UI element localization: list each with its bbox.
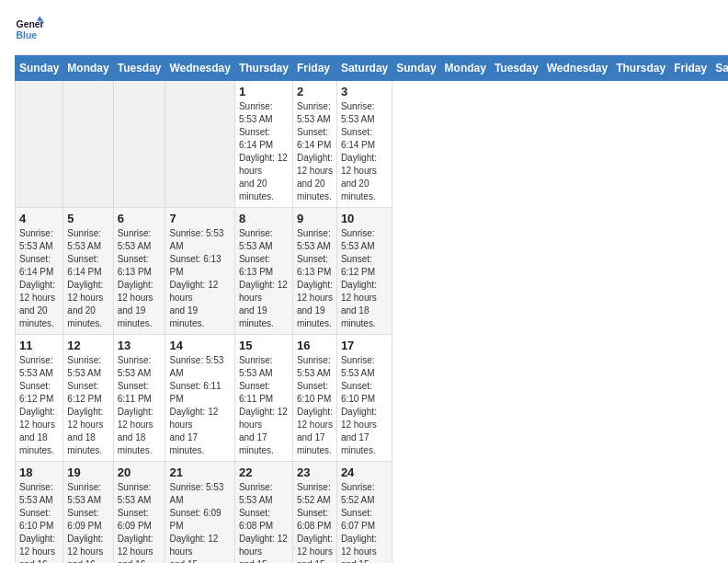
col-header-saturday: Saturday [711, 56, 728, 81]
col-header-thursday: Thursday [612, 56, 670, 81]
col-header-tuesday: Tuesday [490, 56, 542, 81]
calendar-cell [63, 81, 113, 208]
calendar-cell: 16Sunrise: 5:53 AM Sunset: 6:10 PM Dayli… [292, 335, 336, 462]
day-info: Sunrise: 5:53 AM Sunset: 6:14 PM Dayligh… [19, 227, 59, 330]
day-number: 19 [67, 465, 108, 479]
day-number: 3 [341, 85, 388, 98]
day-info: Sunrise: 5:53 AM Sunset: 6:13 PM Dayligh… [169, 227, 230, 330]
day-info: Sunrise: 5:53 AM Sunset: 6:10 PM Dayligh… [297, 354, 333, 457]
header-sunday: Sunday [16, 56, 63, 81]
day-number: 22 [239, 465, 289, 479]
day-info: Sunrise: 5:53 AM Sunset: 6:12 PM Dayligh… [67, 354, 108, 457]
day-info: Sunrise: 5:53 AM Sunset: 6:13 PM Dayligh… [118, 227, 162, 330]
day-number: 6 [118, 212, 162, 225]
day-info: Sunrise: 5:53 AM Sunset: 6:14 PM Dayligh… [341, 100, 388, 203]
calendar-week-row: 18Sunrise: 5:53 AM Sunset: 6:10 PM Dayli… [16, 462, 729, 564]
day-number: 9 [297, 212, 333, 225]
calendar-cell: 19Sunrise: 5:53 AM Sunset: 6:09 PM Dayli… [63, 462, 113, 564]
calendar-cell: 23Sunrise: 5:52 AM Sunset: 6:08 PM Dayli… [292, 462, 336, 564]
calendar-cell: 11Sunrise: 5:53 AM Sunset: 6:12 PM Dayli… [16, 335, 63, 462]
calendar-cell: 6Sunrise: 5:53 AM Sunset: 6:13 PM Daylig… [113, 208, 165, 335]
day-number: 17 [341, 339, 388, 352]
header-thursday: Thursday [234, 56, 292, 81]
calendar-cell: 4Sunrise: 5:53 AM Sunset: 6:14 PM Daylig… [16, 208, 63, 335]
calendar-cell: 9Sunrise: 5:53 AM Sunset: 6:13 PM Daylig… [292, 208, 336, 335]
day-info: Sunrise: 5:53 AM Sunset: 6:09 PM Dayligh… [67, 481, 108, 563]
calendar-cell [16, 81, 63, 208]
calendar-cell: 13Sunrise: 5:53 AM Sunset: 6:11 PM Dayli… [113, 335, 165, 462]
calendar-cell [113, 81, 165, 208]
header-saturday: Saturday [336, 56, 392, 81]
day-number: 14 [169, 339, 230, 352]
calendar-week-row: 4Sunrise: 5:53 AM Sunset: 6:14 PM Daylig… [16, 208, 729, 335]
day-info: Sunrise: 5:53 AM Sunset: 6:09 PM Dayligh… [118, 481, 162, 563]
col-header-wednesday: Wednesday [542, 56, 611, 81]
calendar-cell: 2Sunrise: 5:53 AM Sunset: 6:14 PM Daylig… [292, 81, 336, 208]
calendar-week-row: 1Sunrise: 5:53 AM Sunset: 6:14 PM Daylig… [16, 81, 729, 208]
day-number: 13 [118, 339, 162, 352]
day-number: 15 [239, 339, 289, 352]
day-number: 11 [19, 339, 59, 352]
calendar-table: SundayMondayTuesdayWednesdayThursdayFrid… [15, 55, 728, 563]
header-tuesday: Tuesday [113, 56, 165, 81]
day-info: Sunrise: 5:53 AM Sunset: 6:10 PM Dayligh… [341, 354, 388, 457]
logo-icon: General Blue [15, 15, 44, 44]
logo: General Blue [15, 15, 44, 44]
day-info: Sunrise: 5:53 AM Sunset: 6:13 PM Dayligh… [239, 227, 289, 330]
calendar-cell: 8Sunrise: 5:53 AM Sunset: 6:13 PM Daylig… [234, 208, 292, 335]
calendar-cell: 1Sunrise: 5:53 AM Sunset: 6:14 PM Daylig… [234, 81, 292, 208]
day-info: Sunrise: 5:53 AM Sunset: 6:11 PM Dayligh… [118, 354, 162, 457]
calendar-week-row: 11Sunrise: 5:53 AM Sunset: 6:12 PM Dayli… [16, 335, 729, 462]
col-header-sunday: Sunday [392, 56, 440, 81]
day-info: Sunrise: 5:52 AM Sunset: 6:07 PM Dayligh… [341, 481, 388, 563]
calendar-cell: 17Sunrise: 5:53 AM Sunset: 6:10 PM Dayli… [336, 335, 392, 462]
header-wednesday: Wednesday [165, 56, 234, 81]
day-number: 4 [19, 212, 59, 225]
day-info: Sunrise: 5:53 AM Sunset: 6:11 PM Dayligh… [239, 354, 289, 457]
day-number: 23 [297, 465, 333, 479]
day-number: 16 [297, 339, 333, 352]
calendar-cell: 12Sunrise: 5:53 AM Sunset: 6:12 PM Dayli… [63, 335, 113, 462]
day-info: Sunrise: 5:53 AM Sunset: 6:09 PM Dayligh… [169, 481, 230, 563]
calendar-cell: 7Sunrise: 5:53 AM Sunset: 6:13 PM Daylig… [165, 208, 234, 335]
day-info: Sunrise: 5:53 AM Sunset: 6:14 PM Dayligh… [297, 100, 333, 203]
calendar-cell: 24Sunrise: 5:52 AM Sunset: 6:07 PM Dayli… [336, 462, 392, 564]
day-info: Sunrise: 5:53 AM Sunset: 6:08 PM Dayligh… [239, 481, 289, 563]
day-number: 5 [67, 212, 108, 225]
day-info: Sunrise: 5:52 AM Sunset: 6:08 PM Dayligh… [297, 481, 333, 563]
day-number: 18 [19, 465, 59, 479]
day-info: Sunrise: 5:53 AM Sunset: 6:12 PM Dayligh… [19, 354, 59, 457]
day-info: Sunrise: 5:53 AM Sunset: 6:13 PM Dayligh… [297, 227, 333, 330]
calendar-cell: 3Sunrise: 5:53 AM Sunset: 6:14 PM Daylig… [336, 81, 392, 208]
day-number: 20 [118, 465, 162, 479]
svg-text:Blue: Blue [17, 30, 38, 40]
calendar-header-row: SundayMondayTuesdayWednesdayThursdayFrid… [16, 56, 729, 81]
calendar-cell: 21Sunrise: 5:53 AM Sunset: 6:09 PM Dayli… [165, 462, 234, 564]
day-number: 1 [239, 85, 289, 98]
day-info: Sunrise: 5:53 AM Sunset: 6:11 PM Dayligh… [169, 354, 230, 457]
day-number: 10 [341, 212, 388, 225]
day-number: 24 [341, 465, 388, 479]
day-number: 7 [169, 212, 230, 225]
day-info: Sunrise: 5:53 AM Sunset: 6:10 PM Dayligh… [19, 481, 59, 563]
day-number: 21 [169, 465, 230, 479]
calendar-cell: 5Sunrise: 5:53 AM Sunset: 6:14 PM Daylig… [63, 208, 113, 335]
header-friday: Friday [292, 56, 336, 81]
day-info: Sunrise: 5:53 AM Sunset: 6:14 PM Dayligh… [67, 227, 108, 330]
col-header-friday: Friday [670, 56, 711, 81]
day-number: 2 [297, 85, 333, 98]
day-info: Sunrise: 5:53 AM Sunset: 6:12 PM Dayligh… [341, 227, 388, 330]
day-number: 8 [239, 212, 289, 225]
day-info: Sunrise: 5:53 AM Sunset: 6:14 PM Dayligh… [239, 100, 289, 203]
calendar-cell: 22Sunrise: 5:53 AM Sunset: 6:08 PM Dayli… [234, 462, 292, 564]
calendar-cell: 18Sunrise: 5:53 AM Sunset: 6:10 PM Dayli… [16, 462, 63, 564]
col-header-monday: Monday [440, 56, 490, 81]
calendar-cell: 14Sunrise: 5:53 AM Sunset: 6:11 PM Dayli… [165, 335, 234, 462]
calendar-cell: 10Sunrise: 5:53 AM Sunset: 6:12 PM Dayli… [336, 208, 392, 335]
day-number: 12 [67, 339, 108, 352]
header-monday: Monday [63, 56, 113, 81]
calendar-cell [165, 81, 234, 208]
calendar-cell: 15Sunrise: 5:53 AM Sunset: 6:11 PM Dayli… [234, 335, 292, 462]
calendar-cell: 20Sunrise: 5:53 AM Sunset: 6:09 PM Dayli… [113, 462, 165, 564]
